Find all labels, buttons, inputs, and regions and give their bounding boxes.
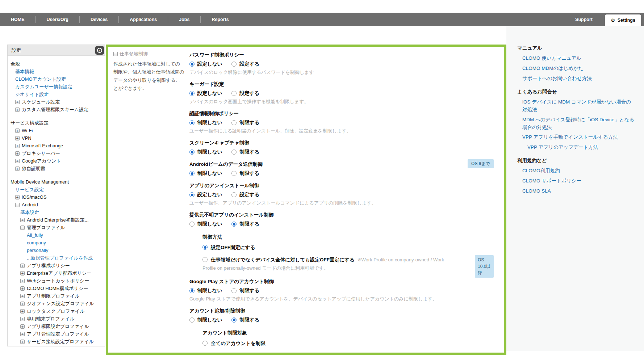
radio-option[interactable]: 仕事領域だけでなくデバイス全体に対しても設定OFF固定にする※Work Prof… <box>202 256 494 273</box>
help-link[interactable]: CLOMO MDMのはじめかた <box>517 65 635 72</box>
radio-option[interactable]: 制限する <box>231 221 259 227</box>
radio-option[interactable]: 制限しない <box>189 221 222 227</box>
tree-item[interactable]: +Enterpriseアプリ配布ポリシー <box>8 269 105 277</box>
tree-item-label: ロックタスクプロファイル <box>27 308 85 315</box>
nav-item-devices[interactable]: Devices <box>80 13 118 26</box>
radio-option[interactable]: 制限しない <box>189 317 222 323</box>
radio-label: 全てのアカウントを制限 <box>211 341 265 346</box>
tree-item[interactable]: CLOMOアカウント設定 <box>8 75 105 83</box>
tree-item[interactable]: ジオサイト設定 <box>8 90 105 98</box>
tree-item[interactable]: 基本情報 <box>8 68 105 75</box>
tree-item[interactable]: +プロキシサーバー <box>8 150 105 157</box>
nav-item-jobs[interactable]: Jobs <box>168 13 200 26</box>
tree-item[interactable]: +アプリ権限設定プロファイル <box>8 323 105 330</box>
tree-item[interactable]: −管理プロファイル <box>8 224 105 231</box>
section-description-column: − 仕事領域制御 作成された仕事領域に対しての制限や、個人領域と仕事領域間のデー… <box>113 51 184 353</box>
nav-item-reports[interactable]: Reports <box>201 13 239 26</box>
tree-item[interactable]: +アプリ構成ポリシー <box>8 262 105 269</box>
nav-item-users-org[interactable]: Users/Org <box>36 13 79 26</box>
tree-item[interactable]: +Android Enterprise初期設定... <box>8 216 105 224</box>
tree-item-label: 独自証明書プロファイル <box>27 346 79 347</box>
tree-item[interactable]: ...新規管理プロファイルを作成 <box>8 254 105 262</box>
tree-item[interactable]: 基本設定 <box>8 209 105 216</box>
tree-item[interactable]: サービス設定 <box>8 186 105 193</box>
tree-item[interactable]: company <box>8 239 105 247</box>
radio-option[interactable]: 制限しない <box>189 170 222 177</box>
tree-item[interactable]: +VPN <box>8 134 105 142</box>
tree-item[interactable]: +専用端末プロファイル <box>8 315 105 323</box>
help-link[interactable]: MDM へのデバイス登録時に「iOS Device」となる場合の対処法 <box>517 116 635 131</box>
tree-item[interactable]: −Android <box>8 201 105 209</box>
setting-description: デバイスのロック画面上で操作する機能を制限します。 <box>189 98 494 105</box>
radio-option[interactable]: 制限する <box>231 317 259 323</box>
tree-item[interactable]: +Webショートカットポリシー <box>8 277 105 285</box>
help-link[interactable]: CLOMO SLA <box>517 188 635 195</box>
nav-item-home[interactable]: HOME <box>0 13 35 26</box>
help-link[interactable]: CLOMO 使い方マニュアル <box>517 55 635 62</box>
radio-option[interactable]: 全てのアカウントを制限 <box>202 340 494 348</box>
tree-item[interactable]: personally <box>8 247 105 254</box>
radio-option[interactable]: 設定しない <box>189 90 222 97</box>
tree-item[interactable]: +独自証明書プロファイル <box>8 345 105 346</box>
tab-settings[interactable]: ⚙ Settings <box>605 14 641 26</box>
radio-option[interactable]: 設定しない <box>189 61 222 67</box>
radio-option[interactable]: 制限する <box>231 170 259 177</box>
setting-group: アカウント追加/削除制御制限しない制限するアカウント制限対象全てのアカウントを制… <box>189 308 494 355</box>
radio-option[interactable]: 制限しない <box>189 287 222 294</box>
radio-selected-icon <box>189 62 195 67</box>
tree-item[interactable]: +アプリ制限プロファイル <box>8 292 105 300</box>
help-link[interactable]: サポートへのお問い合わせ方法 <box>517 75 635 83</box>
tree-item[interactable]: +Microsoft Exchange <box>8 142 105 150</box>
radio-option[interactable]: 制限しない <box>189 119 222 126</box>
tree-item[interactable]: +CLOMO HOME構成ポリシー <box>8 285 105 292</box>
help-link[interactable]: CLOMO サポートポリシー <box>517 177 635 185</box>
main-content-highlighted: − 仕事領域制御 作成された仕事領域に対しての制限や、個人領域と仕事領域間のデー… <box>106 45 506 355</box>
radio-option[interactable]: 設定する <box>231 61 259 67</box>
tree-item-label: Webショートカットポリシー <box>27 278 89 284</box>
collapse-sidebar-button[interactable]: ‹ <box>95 46 104 55</box>
tree-item[interactable]: +カスタム管理権限スキーム設定 <box>8 106 105 113</box>
radio-option[interactable]: 設定する <box>231 191 259 198</box>
setting-group: パスワード制御ポリシー設定しない設定するデバイスのロック解除に使用するパスワード… <box>189 52 494 75</box>
tree-item[interactable]: +独自証明書 <box>8 165 105 172</box>
tree-item[interactable]: +Wi-Fi <box>8 127 105 134</box>
radio-label: 制限する <box>239 221 259 227</box>
tree-item[interactable]: +サービス接続設定プロファイル <box>8 338 105 345</box>
radio-option[interactable]: 設定する <box>231 90 259 97</box>
tree-item[interactable]: +iOS/macOS <box>8 193 105 201</box>
tree-item[interactable]: +スケジュール設定 <box>8 98 105 106</box>
setting-description: デバイスのロック解除に使用するパスワードを制御します <box>189 69 494 75</box>
radio-option[interactable]: Google アカウントのみ制限 <box>202 352 494 355</box>
radio-unselected-icon <box>231 120 237 125</box>
radio-option[interactable]: 制限する <box>231 287 259 294</box>
settings-tree: 全般基本情報CLOMOアカウント設定カスタムユーザー情報設定ジオサイト設定+スケ… <box>8 56 105 346</box>
tree-item[interactable]: +アプリ管理設定プロファイル <box>8 330 105 338</box>
nav-item-applications[interactable]: Applications <box>119 13 168 26</box>
radio-option[interactable]: 制限する <box>231 149 259 155</box>
tree-item-label: Enterpriseアプリ配布ポリシー <box>27 270 91 277</box>
tree-item[interactable]: All_fully <box>8 231 105 239</box>
tree-item[interactable]: +ロックタスクプロファイル <box>8 307 105 315</box>
help-link[interactable]: CLOMO利用規約 <box>517 167 635 175</box>
section-title-row[interactable]: − 仕事領域制御 <box>113 51 184 57</box>
help-section: よくあるお問合せiOS デバイスに MDM コマンドが届かない場合の対処法MDM… <box>517 89 635 152</box>
radio-label: 設定する <box>239 191 259 198</box>
settings-groups: パスワード制御ポリシー設定しない設定するデバイスのロック解除に使用するパスワード… <box>189 51 499 353</box>
radio-option[interactable]: 制限しない <box>189 149 222 155</box>
tree-item[interactable]: カスタムユーザー情報設定 <box>8 83 105 90</box>
tree-item[interactable]: +Googleアカウント <box>8 157 105 165</box>
radio-option[interactable]: 制限する <box>231 119 259 126</box>
radio-unselected-icon <box>189 317 195 323</box>
tree-item-label: VPN <box>22 135 32 141</box>
tree-expand-icon: + <box>20 279 25 283</box>
sidebar-title: 設定 <box>12 47 21 54</box>
help-section-title: 利用規約など <box>517 157 635 164</box>
tree-item-label: Wi-Fi <box>22 128 33 133</box>
radio-option[interactable]: 設定しない <box>189 191 222 198</box>
help-link[interactable]: VPP アプリを手動でインストールする方法 <box>517 134 635 141</box>
help-link[interactable]: VPP アプリのアップデート方法 <box>517 144 635 151</box>
radio-option[interactable]: 設定OFF固定にする <box>202 244 494 252</box>
help-link[interactable]: iOS デバイスに MDM コマンドが届かない場合の対処法 <box>517 98 635 114</box>
nav-item-support[interactable]: Support <box>563 17 605 22</box>
tree-item[interactable]: +ジオフェンス設定プロファイル <box>8 300 105 307</box>
